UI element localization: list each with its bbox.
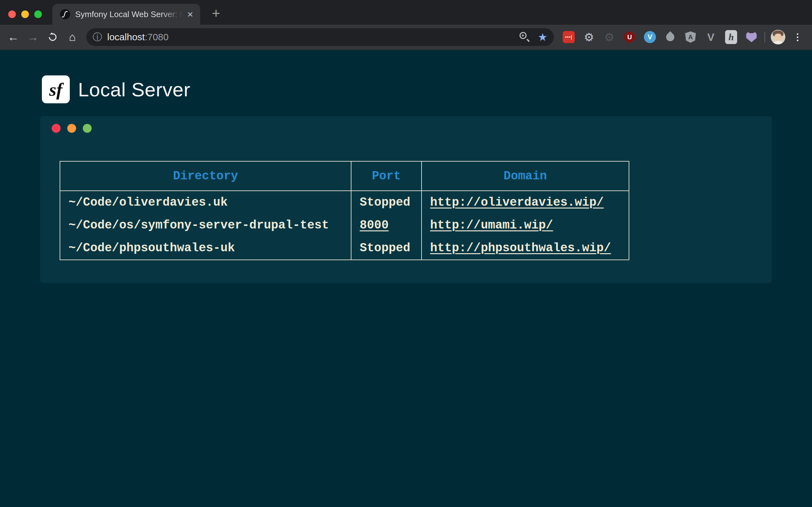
tab-title: Symfony Local Web Server: Prox — [75, 9, 186, 19]
address-bar[interactable]: ⓘ localhost:7080 + ★ — [86, 28, 554, 46]
url-port: :7080 — [145, 32, 168, 42]
zoom-icon[interactable]: + — [519, 32, 530, 42]
directory-cell: ~/Code/phpsouthwales-uk — [60, 237, 351, 260]
page-content: sf Local Server Directory Port Domain — [0, 50, 812, 506]
domain-cell: http://oliverdavies.wip/ — [421, 191, 629, 214]
github-extension-icon[interactable] — [744, 30, 759, 44]
table-header-row: Directory Port Domain — [60, 161, 629, 191]
symfony-favicon-icon — [60, 9, 70, 19]
window-close-button[interactable] — [8, 10, 16, 18]
domain-link[interactable]: http://umami.wip/ — [430, 218, 553, 232]
header-port: Port — [351, 161, 421, 191]
table-row: ~/Code/phpsouthwales-uk Stopped http://p… — [60, 237, 629, 260]
vimium-extension-icon[interactable]: V — [643, 30, 657, 44]
page-header: sf Local Server — [0, 50, 812, 103]
new-tab-button[interactable]: + — [208, 5, 224, 21]
port-cell: 8000 — [351, 214, 421, 237]
home-icon[interactable]: ⌂ — [65, 30, 80, 45]
forward-icon[interactable]: → — [26, 30, 41, 45]
site-info-icon[interactable]: ⓘ — [93, 31, 102, 44]
ublock-origin-extension-icon[interactable]: U — [622, 30, 637, 44]
page-title: Local Server — [78, 78, 190, 101]
extensions-row: •••| ⚙ ⚙ U V A V h — [561, 30, 759, 44]
domain-cell: http://phpsouthwales.wip/ — [421, 237, 629, 260]
window-minimize-button[interactable] — [21, 10, 29, 18]
url-host: localhost — [107, 32, 145, 42]
symfony-logo: sf — [42, 75, 70, 103]
back-icon[interactable]: ← — [6, 30, 21, 45]
domain-link[interactable]: http://oliverdavies.wip/ — [430, 195, 604, 209]
gear-extension-icon[interactable]: ⚙ — [582, 30, 596, 44]
browser-window: Symfony Local Web Server: Prox × + ← → ⌂… — [0, 0, 812, 506]
panel-green-light-icon — [83, 124, 92, 133]
window-zoom-button[interactable] — [34, 10, 42, 18]
port-link[interactable]: 8000 — [360, 218, 389, 232]
tab-close-icon[interactable]: × — [186, 9, 194, 19]
vue-extension-icon[interactable]: V — [704, 30, 718, 44]
panel-traffic-lights — [40, 116, 772, 133]
servers-table: Directory Port Domain ~/Code/oliverdavie… — [60, 161, 629, 260]
directory-cell: ~/Code/os/symfony-server-drupal-test — [60, 214, 351, 237]
dark-gear-extension-icon[interactable]: ⚙ — [602, 30, 617, 44]
password-manager-extension-icon[interactable]: •••| — [561, 30, 576, 44]
table-row: ~/Code/os/symfony-server-drupal-test 800… — [60, 214, 629, 237]
window-controls — [8, 10, 42, 18]
port-cell: Stopped — [351, 191, 421, 214]
bookmark-star-icon[interactable]: ★ — [538, 32, 548, 43]
reload-icon[interactable] — [45, 30, 60, 45]
table-row: ~/Code/oliverdavies.uk Stopped http://ol… — [60, 191, 629, 214]
browser-toolbar: ← → ⌂ ⓘ localhost:7080 + ★ •••| ⚙ ⚙ U V … — [0, 25, 812, 50]
angular-extension-icon[interactable]: A — [683, 30, 698, 44]
port-cell: Stopped — [351, 237, 421, 260]
server-panel: Directory Port Domain ~/Code/oliverdavie… — [40, 116, 772, 283]
browser-tab[interactable]: Symfony Local Web Server: Prox × — [52, 4, 200, 25]
script-h-extension-icon[interactable]: h — [724, 30, 739, 44]
directory-cell: ~/Code/oliverdavies.uk — [60, 191, 351, 214]
panel-red-light-icon — [52, 124, 61, 133]
domain-cell: http://umami.wip/ — [421, 214, 629, 237]
toolbar-separator — [764, 32, 765, 43]
browser-menu-icon[interactable] — [791, 33, 804, 41]
header-domain: Domain — [421, 161, 629, 191]
drupal-extension-icon[interactable] — [663, 30, 677, 44]
url-text: localhost:7080 — [107, 32, 168, 43]
panel-orange-light-icon — [67, 124, 76, 133]
header-directory: Directory — [60, 161, 351, 191]
profile-avatar[interactable] — [771, 30, 785, 44]
domain-link[interactable]: http://phpsouthwales.wip/ — [430, 241, 611, 255]
tab-strip: Symfony Local Web Server: Prox × + — [0, 0, 812, 25]
